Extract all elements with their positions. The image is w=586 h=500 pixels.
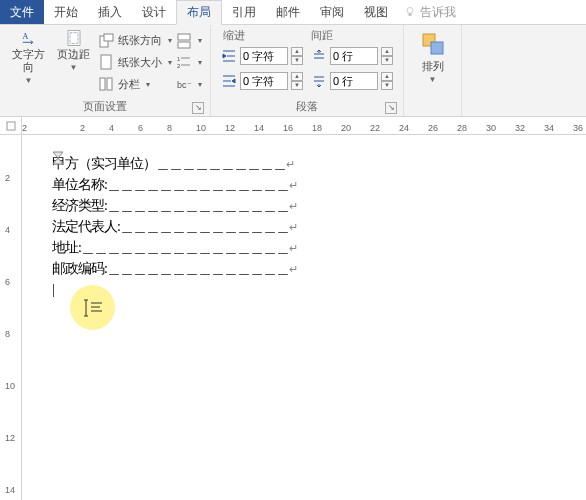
document-line[interactable]: 经济类型:＿＿＿＿＿＿＿＿＿＿＿＿＿＿↵ (52, 195, 552, 216)
ruler-tick: 32 (515, 123, 525, 133)
document-content[interactable]: 甲方（实习单位）＿＿＿＿＿＿＿＿＿＿↵单位名称:＿＿＿＿＿＿＿＿＿＿＿＿＿＿↵经… (52, 153, 552, 300)
chevron-down-icon: ▾ (198, 80, 202, 89)
document-page[interactable]: 甲方（实习单位）＿＿＿＿＿＿＿＿＿＿↵单位名称:＿＿＿＿＿＿＿＿＿＿＿＿＿＿↵经… (52, 153, 552, 300)
svg-text:1: 1 (177, 56, 181, 62)
tab-home[interactable]: 开始 (44, 0, 88, 24)
group-label-page-setup: 页面设置 (83, 100, 127, 112)
size-label: 纸张大小 (118, 55, 162, 70)
ruler-corner (0, 117, 22, 135)
svg-point-0 (407, 8, 413, 14)
ruler-tick: 6 (138, 123, 143, 133)
document-line[interactable]: 单位名称:＿＿＿＿＿＿＿＿＿＿＿＿＿＿↵ (52, 174, 552, 195)
ruler-tick: 8 (167, 123, 172, 133)
chevron-down-icon: ▼ (429, 75, 437, 84)
arrange-label: 排列 (422, 60, 444, 73)
chevron-down-icon: ▾ (146, 80, 150, 89)
indent-right-input[interactable] (240, 72, 288, 90)
ruler-tick: 34 (544, 123, 554, 133)
size-button[interactable]: 纸张大小 ▾ (98, 52, 172, 72)
svg-text:bc⁻: bc⁻ (177, 80, 192, 90)
ruler-tick: 36 (573, 123, 583, 133)
indent-marker-icon[interactable] (52, 151, 64, 165)
group-label-paragraph: 段落 (296, 100, 318, 112)
indent-left-input[interactable] (240, 47, 288, 65)
tab-insert[interactable]: 插入 (88, 0, 132, 24)
group-arrange: 排列 ▼ (404, 25, 462, 116)
spin-down[interactable]: ▼ (291, 81, 303, 90)
breaks-button[interactable]: ▾ (176, 31, 202, 51)
text-cursor: | (52, 279, 552, 300)
ruler-tick: 2 (80, 123, 85, 133)
spin-up[interactable]: ▲ (381, 72, 393, 81)
ribbon-tabs: 文件 开始 插入 设计 布局 引用 邮件 审阅 视图 告诉我 (0, 0, 586, 25)
vertical-ruler[interactable]: 2468101214 (0, 135, 22, 500)
spin-up[interactable]: ▲ (381, 47, 393, 56)
margins-label: 页边距 (57, 48, 90, 61)
spacing-before-input[interactable] (330, 47, 378, 65)
horizontal-ruler[interactable]: 224681012141618202224262830323436 (22, 117, 586, 135)
document-line[interactable]: 邮政编码:＿＿＿＿＿＿＿＿＿＿＿＿＿＿↵ (52, 258, 552, 279)
dialog-launcher-page-setup[interactable]: ↘ (192, 102, 204, 114)
group-page-setup: A 文字方向 ▼ 页边距 ▼ 纸张方向 ▾ 纸 (0, 25, 211, 116)
ruler-tick: 30 (486, 123, 496, 133)
ruler-tick: 16 (283, 123, 293, 133)
paragraph-mark-icon: ↵ (286, 158, 295, 170)
indent-left-icon (221, 48, 237, 64)
spacing-header: 间距 (309, 28, 333, 43)
ribbon: A 文字方向 ▼ 页边距 ▼ 纸张方向 ▾ 纸 (0, 25, 586, 117)
ruler-tick: 12 (5, 433, 15, 443)
tell-me-box[interactable]: 告诉我 (398, 0, 456, 24)
orientation-label: 纸张方向 (118, 33, 162, 48)
tab-layout[interactable]: 布局 (176, 0, 222, 25)
tell-me-label: 告诉我 (420, 4, 456, 21)
svg-rect-8 (100, 78, 105, 90)
tab-view[interactable]: 视图 (354, 0, 398, 24)
spacing-after-input[interactable] (330, 72, 378, 90)
tab-design[interactable]: 设计 (132, 0, 176, 24)
spin-down[interactable]: ▼ (381, 56, 393, 65)
text-direction-label: 文字方向 (8, 48, 49, 74)
arrange-button[interactable]: 排列 ▼ (410, 28, 455, 112)
ruler-tick: 28 (457, 123, 467, 133)
spin-up[interactable]: ▲ (291, 72, 303, 81)
indent-right-icon (221, 73, 237, 89)
document-area[interactable]: 甲方（实习单位）＿＿＿＿＿＿＿＿＿＿↵单位名称:＿＿＿＿＿＿＿＿＿＿＿＿＿＿↵经… (22, 135, 586, 500)
ruler-tick: 4 (109, 123, 114, 133)
ruler-tick: 6 (5, 277, 10, 287)
paragraph-mark-icon: ↵ (289, 179, 298, 191)
ruler-tick: 8 (5, 329, 10, 339)
hyphenation-button[interactable]: bc⁻ ▾ (176, 74, 202, 94)
ruler-tick: 10 (196, 123, 206, 133)
document-line[interactable]: 甲方（实习单位）＿＿＿＿＿＿＿＿＿＿↵ (52, 153, 552, 174)
orientation-icon (98, 33, 114, 49)
tab-references[interactable]: 引用 (222, 0, 266, 24)
ruler-tick: 18 (312, 123, 322, 133)
spin-down[interactable]: ▼ (381, 81, 393, 90)
ruler-tick: 10 (5, 381, 15, 391)
line-numbers-button[interactable]: 12 ▾ (176, 52, 202, 72)
document-line[interactable]: 法定代表人:＿＿＿＿＿＿＿＿＿＿＿＿＿↵ (52, 216, 552, 237)
text-direction-button[interactable]: A 文字方向 ▼ (6, 28, 51, 97)
document-line[interactable]: 地址:＿＿＿＿＿＿＿＿＿＿＿＿＿＿＿＿↵ (52, 237, 552, 258)
tab-file[interactable]: 文件 (0, 0, 44, 24)
chevron-down-icon: ▾ (168, 36, 172, 45)
tab-review[interactable]: 审阅 (310, 0, 354, 24)
ruler-tick: 14 (254, 123, 264, 133)
group-paragraph: 缩进 间距 ▲▼ ▲▼ ▲▼ (211, 25, 404, 116)
columns-icon (98, 76, 114, 92)
spin-up[interactable]: ▲ (291, 47, 303, 56)
ruler-tick: 2 (5, 173, 10, 183)
dialog-launcher-paragraph[interactable]: ↘ (385, 102, 397, 114)
tab-mailings[interactable]: 邮件 (266, 0, 310, 24)
spin-down[interactable]: ▼ (291, 56, 303, 65)
orientation-button[interactable]: 纸张方向 ▾ (98, 31, 172, 51)
margins-button[interactable]: 页边距 ▼ (51, 28, 96, 97)
svg-text:A: A (22, 31, 29, 41)
ruler-tick: 24 (399, 123, 409, 133)
lightbulb-icon (404, 6, 416, 18)
text-direction-icon: A (21, 30, 37, 46)
svg-marker-21 (53, 158, 63, 164)
columns-button[interactable]: 分栏 ▾ (98, 74, 172, 94)
chevron-down-icon: ▾ (198, 58, 202, 67)
svg-marker-20 (53, 152, 63, 158)
